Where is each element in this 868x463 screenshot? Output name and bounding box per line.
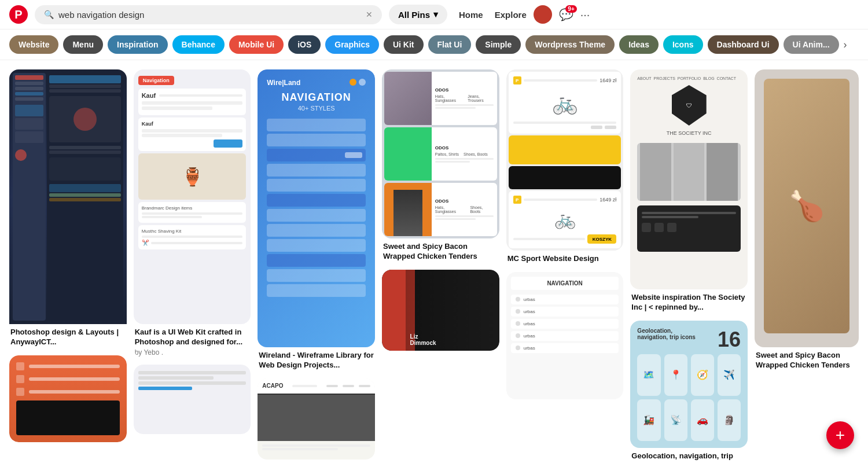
pin-liz[interactable]: LizDimmock — [382, 270, 499, 351]
column-1: ••• Photoshop design & Layouts | AnywayI… — [9, 69, 127, 463]
column-7: 🍗 ••• Sweet and Spicy Bacon Wrapped Chic… — [755, 69, 859, 463]
notifications-button[interactable]: 💬 9+ — [559, 8, 573, 21]
pin-caption: Geolocation, navigation, trip icons — [630, 448, 748, 463]
pin-odos[interactable]: ODOS Hats, Sunglasses Jeans, Trousers OD… — [382, 69, 499, 263]
column-3: Wire|Land NAVIGATION 40+ STYLES — [258, 69, 375, 463]
tag-ui-anim[interactable]: Ui Anim... — [784, 35, 839, 54]
chevron-down-icon: ▾ — [433, 9, 438, 20]
tag-website[interactable]: Website — [9, 35, 58, 54]
notif-badge: 9+ — [565, 5, 576, 13]
pin-caption: Photoshop design & Layouts | AnywayICT..… — [9, 324, 127, 348]
nav-home[interactable]: Home — [459, 10, 483, 20]
pin-subtitle: by Yebo . — [135, 348, 250, 357]
search-icon: 🔍 — [44, 10, 54, 19]
pin-orange-sidebar[interactable] — [9, 355, 127, 442]
pin-kauf[interactable]: Navigation Kauf Kauf — [134, 69, 251, 358]
pin-photoshop[interactable]: ••• Photoshop design & Layouts | AnywayI… — [9, 69, 127, 348]
search-input[interactable] — [58, 10, 361, 20]
pin-society[interactable]: ABOUT PROJECTS PORTFOLIO BLOG CONTACT 🛡 … — [630, 69, 748, 314]
column-4: ODOS Hats, Sunglasses Jeans, Trousers OD… — [382, 69, 499, 463]
all-pins-button[interactable]: All Pins ▾ — [389, 5, 447, 24]
pin-caption: Wireland - Wireframe Library for Web Des… — [258, 347, 375, 372]
pin-kauf-bottom[interactable] — [134, 365, 251, 434]
tags-scroll-right[interactable]: › — [844, 39, 847, 51]
pin-caption: MC Sport Website Design — [506, 251, 624, 265]
avatar[interactable] — [534, 5, 552, 24]
tag-ideas[interactable]: Ideas — [619, 35, 659, 54]
pin-title: Wireland - Wireframe Library for Web Des… — [259, 351, 374, 370]
pin-geo[interactable]: Geolocation,navigation, trip icons 16 🗺️… — [630, 321, 748, 463]
tag-ui-kit[interactable]: Ui Kit — [384, 35, 424, 54]
nav-explore[interactable]: Explore — [495, 10, 527, 20]
logo-p: P — [14, 8, 22, 21]
pin-title: Website inspiration The Society Inc | < … — [631, 293, 746, 313]
pin-caption: Website inspiration The Society Inc | < … — [630, 289, 748, 314]
more-options-button[interactable]: ··· — [580, 8, 590, 21]
add-pin-button[interactable]: + — [826, 421, 854, 449]
tag-wordpress[interactable]: Wordpress Theme — [525, 35, 615, 54]
header: P 🔍 ✕ All Pins ▾ Home Explore 💬 9+ ··· — [0, 0, 868, 30]
column-5: P 1649 zł 🚲 — [506, 69, 624, 463]
tag-graphics[interactable]: Graphics — [325, 35, 379, 54]
pin-bacon[interactable]: 🍗 ••• Sweet and Spicy Bacon Wrapped Chic… — [755, 69, 859, 372]
header-nav: Home Explore — [459, 10, 527, 20]
tag-ios[interactable]: iOS — [288, 35, 321, 54]
search-bar: 🔍 ✕ — [35, 5, 382, 24]
column-6: ABOUT PROJECTS PORTFOLIO BLOG CONTACT 🛡 … — [630, 69, 748, 463]
tag-dashboard[interactable]: Dashboard Ui — [708, 35, 779, 54]
pin-title: Photoshop design & Layouts | AnywayICT..… — [10, 328, 126, 347]
pin-nav-white[interactable]: NAVIGATION urbas urbas urbas — [506, 272, 624, 399]
tag-mobile-ui[interactable]: Mobile Ui — [229, 35, 284, 54]
tags-bar: Website Menu Inspiration Behance Mobile … — [0, 30, 868, 60]
pin-caption: Kauf is a UI Web Kit crafted in Photosho… — [134, 324, 251, 358]
close-icon[interactable]: ✕ — [366, 10, 373, 19]
pins-grid: ••• Photoshop design & Layouts | AnywayI… — [0, 60, 868, 463]
pinterest-logo[interactable]: P — [9, 5, 28, 24]
pin-caption: Sweet and Spicy Bacon Wrapped Chicken Te… — [382, 238, 499, 263]
tag-simple[interactable]: Simple — [476, 35, 521, 54]
pin-title: Kauf is a UI Web Kit crafted in Photosho… — [135, 328, 250, 347]
tag-flat-ui[interactable]: Flat Ui — [428, 35, 472, 54]
pin-wireland[interactable]: Wire|Land NAVIGATION 40+ STYLES — [258, 69, 375, 372]
tag-inspiration[interactable]: Inspiration — [108, 35, 168, 54]
tag-behance[interactable]: Behance — [172, 35, 225, 54]
pin-caption: Sweet and Spicy Bacon Wrapped Chicken Te… — [755, 347, 859, 372]
pin-title: Sweet and Spicy Bacon Wrapped Chicken Te… — [383, 242, 498, 262]
pin-title: MC Sport Website Design — [507, 254, 623, 264]
column-2: Navigation Kauf Kauf — [134, 69, 251, 463]
pin-title: Sweet and Spicy Bacon Wrapped Chicken Te… — [756, 351, 858, 370]
tag-menu[interactable]: Menu — [63, 35, 103, 54]
tag-icons[interactable]: Icons — [663, 35, 703, 54]
pin-acapo[interactable]: ACAPO — [258, 379, 375, 460]
pin-mcsport[interactable]: P 1649 zł 🚲 — [506, 69, 624, 265]
pin-title: Geolocation, navigation, trip icons — [631, 451, 746, 463]
